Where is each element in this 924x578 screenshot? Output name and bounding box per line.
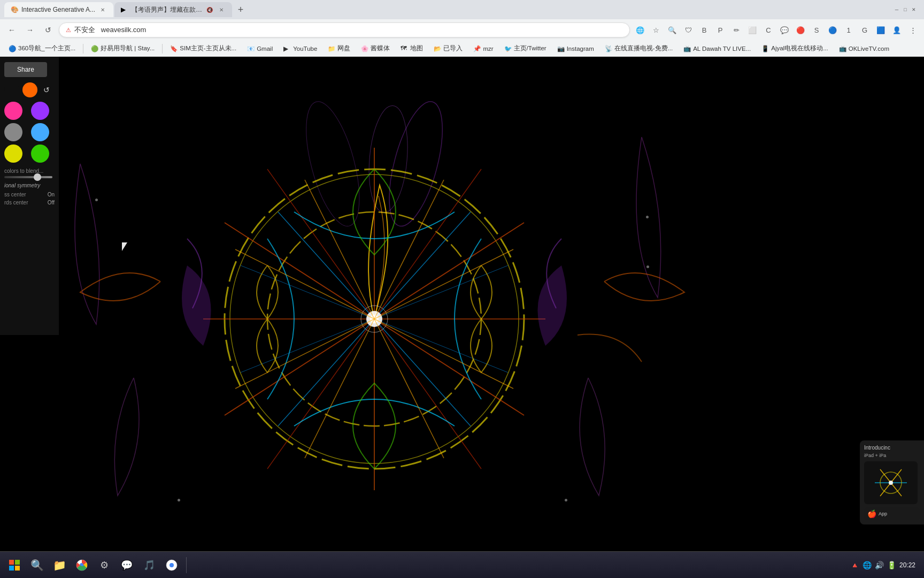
- bookmark-item-7[interactable]: 🗺 地图: [396, 43, 427, 55]
- color-swatch-lightblue[interactable]: [31, 123, 49, 141]
- extension-icon-2[interactable]: 🛡: [681, 23, 695, 37]
- extension-icon-12[interactable]: 1: [842, 23, 856, 37]
- ad-art-preview: [869, 464, 912, 501]
- slider-container[interactable]: [4, 176, 52, 178]
- tool-row-colors: ↺: [4, 82, 55, 97]
- close-button[interactable]: ✕: [910, 6, 918, 13]
- bookmark-favicon-5: 📁: [328, 45, 335, 52]
- extension-icon-13[interactable]: G: [858, 23, 872, 37]
- bookmark-favicon-0: 🔵: [9, 45, 16, 52]
- tray-sound-icon[interactable]: 🔊: [875, 561, 884, 569]
- extension-icon-4[interactable]: P: [713, 23, 727, 37]
- system-time[interactable]: 20:22: [899, 561, 915, 569]
- extension-icon-1[interactable]: 🔍: [665, 23, 679, 37]
- bookmark-item-12[interactable]: 📡 在线直播电视-免费...: [600, 43, 677, 55]
- taskbar-start-button[interactable]: [4, 555, 25, 575]
- extension-icon-6[interactable]: ⬜: [745, 23, 759, 37]
- tray-icon-1[interactable]: 🔺: [850, 561, 859, 569]
- taskbar-music-button[interactable]: 🎵: [139, 555, 159, 575]
- extension-icon-11[interactable]: 🔵: [826, 23, 840, 37]
- bookmark-favicon-2: 🔖: [170, 45, 178, 52]
- setting-value-1: Off: [48, 200, 55, 206]
- bookmark-item-3[interactable]: 📧 Gmail: [243, 43, 277, 55]
- bookmark-item-9[interactable]: 📌 mzr: [469, 43, 497, 55]
- forward-button[interactable]: →: [22, 22, 37, 37]
- extension-icon-8[interactable]: 💬: [777, 23, 791, 37]
- weavesilk-canvas[interactable]: [0, 57, 924, 578]
- reset-button[interactable]: ↺: [41, 84, 52, 96]
- new-tab-button[interactable]: +: [233, 2, 248, 17]
- minimize-button[interactable]: ─: [893, 6, 900, 13]
- bookmark-item-0[interactable]: 🔵 360导航_一个主页...: [4, 43, 80, 55]
- bookmark-label-11: Instagram: [567, 45, 594, 52]
- extension-icon-5[interactable]: ✏: [729, 23, 743, 37]
- menu-icon[interactable]: ⋮: [906, 23, 920, 37]
- color-swatch-gray[interactable]: [4, 123, 22, 141]
- color-swatch-green[interactable]: [31, 144, 49, 163]
- reload-button[interactable]: ↺: [41, 22, 56, 37]
- app-store-button[interactable]: 🍎 App: [864, 507, 920, 520]
- bookmarks-bar: 🔵 360导航_一个主页... 🟢 好易用导航 | Stay... 🔖 SIM主…: [0, 41, 924, 57]
- maximize-button[interactable]: □: [902, 6, 909, 13]
- taskbar-files-button[interactable]: 📁: [49, 555, 70, 575]
- bookmark-favicon-4: ▶: [283, 45, 291, 52]
- svg-rect-48: [15, 560, 20, 565]
- bookmark-favicon-13: 📺: [683, 45, 691, 52]
- bookmark-item-13[interactable]: 📺 AL Dawah TV LIVE...: [679, 43, 755, 55]
- bookmark-separator-2: [162, 44, 163, 54]
- bookmark-item-11[interactable]: 📷 Instagram: [553, 43, 598, 55]
- extension-icon-3[interactable]: B: [697, 23, 711, 37]
- bookmark-item-2[interactable]: 🔖 SIM主页-主页从未...: [166, 43, 241, 55]
- canvas-dot-5: [565, 499, 567, 501]
- taskbar-chrome2-button[interactable]: [161, 555, 182, 575]
- address-bar: ← → ↺ ⚠ 不安全 weavesilk.com 🌐 ☆ 🔍 🛡 B P ✏ …: [0, 19, 924, 41]
- tab-close-1[interactable]: ✕: [98, 5, 107, 14]
- bookmark-label-6: 酱蝶体: [371, 44, 390, 52]
- browser-chrome: 🎨 Interactive Generative A... ✕ ▶ 【考语男声】…: [0, 0, 924, 57]
- taskbar-search-button[interactable]: 🔍: [27, 555, 47, 575]
- canvas-dot-2: [646, 216, 649, 218]
- share-button[interactable]: Share: [4, 62, 47, 77]
- color-swatch-purple[interactable]: [31, 102, 49, 120]
- translate-icon[interactable]: 🌐: [633, 23, 647, 37]
- address-text: 不安全 weavesilk.com: [74, 25, 623, 35]
- symmetry-label: ional symmetry: [4, 182, 55, 188]
- bookmark-item-1[interactable]: 🟢 好易用导航 | Stay...: [87, 43, 159, 55]
- tab-inactive-2[interactable]: ▶ 【考语男声】埋藏在款的起... 🔇 ✕: [114, 2, 232, 17]
- bookmark-item-6[interactable]: 🌸 酱蝶体: [357, 43, 394, 55]
- tab-close-2[interactable]: ✕: [217, 5, 226, 14]
- bookmark-icon[interactable]: ☆: [649, 23, 663, 37]
- tab-active[interactable]: 🎨 Interactive Generative A... ✕: [4, 2, 113, 17]
- bookmark-item-4[interactable]: ▶ YouTube: [279, 43, 321, 55]
- slider-thumb[interactable]: [34, 173, 41, 181]
- svg-rect-0: [0, 57, 924, 578]
- setting-name-1: rds center: [4, 200, 28, 206]
- taskbar-wechat-button[interactable]: 💬: [117, 555, 137, 575]
- taskbar-browser-button[interactable]: [72, 555, 92, 575]
- tray-battery-icon[interactable]: 🔋: [887, 561, 896, 569]
- bookmark-item-5[interactable]: 📁 网盘: [324, 43, 355, 55]
- color-swatch-pink[interactable]: [4, 102, 22, 120]
- bookmark-label-10: 主页/Twitter: [514, 44, 546, 52]
- security-label: 不安全: [74, 26, 95, 34]
- bookmark-favicon-11: 📷: [557, 45, 565, 52]
- security-icon: ⚠: [66, 27, 71, 34]
- profile-icon[interactable]: 👤: [890, 23, 904, 37]
- extension-icon-10[interactable]: S: [810, 23, 823, 37]
- bookmark-item-8[interactable]: 📂 已导入: [429, 43, 467, 55]
- color-swatch-black[interactable]: [4, 82, 19, 97]
- taskbar-settings-button[interactable]: ⚙: [94, 555, 114, 575]
- extension-icon-9[interactable]: 🔴: [794, 23, 807, 37]
- main-content: Share ↺ colors to blend... ional symmetr…: [0, 57, 924, 578]
- tray-network-icon[interactable]: 🌐: [863, 561, 872, 569]
- extension-icon-7[interactable]: C: [761, 23, 775, 37]
- bookmark-item-14[interactable]: 📱 Ajyal电视在线移动...: [757, 43, 833, 55]
- back-button[interactable]: ←: [4, 22, 19, 37]
- window-controls: ─ □ ✕: [893, 6, 920, 13]
- color-swatch-yellow[interactable]: [4, 144, 22, 163]
- address-input[interactable]: ⚠ 不安全 weavesilk.com: [59, 22, 630, 37]
- extension-icon-14[interactable]: 🟦: [874, 23, 888, 37]
- bookmark-item-10[interactable]: 🐦 主页/Twitter: [500, 43, 551, 55]
- color-swatch-orange[interactable]: [22, 82, 37, 97]
- bookmark-item-15[interactable]: 📺 OKLiveTV.com: [835, 43, 894, 55]
